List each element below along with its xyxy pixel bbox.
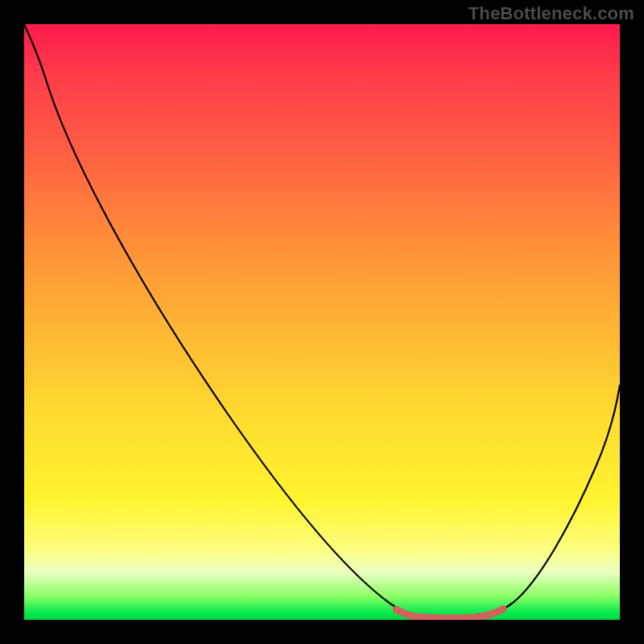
optimal-band-marker-path [396, 609, 503, 618]
bottleneck-curve-svg [24, 24, 620, 620]
chart-frame: TheBottleneck.com [0, 0, 644, 644]
watermark-label: TheBottleneck.com [469, 3, 634, 24]
plot-area [24, 24, 620, 620]
bottleneck-curve-path [24, 24, 620, 618]
